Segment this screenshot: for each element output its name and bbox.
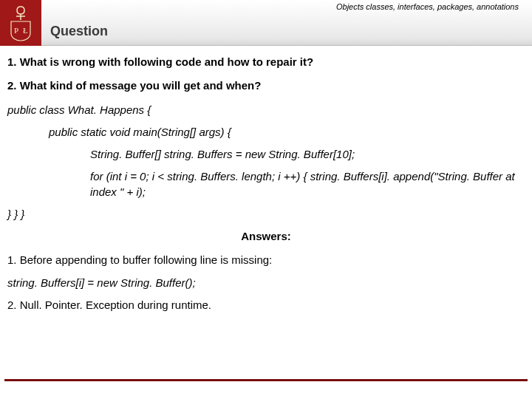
svg-rect-0 <box>4 4 38 42</box>
question-2: 2. What kind of message you will get and… <box>7 78 525 93</box>
code-line-2: public static void main(String[] args) { <box>7 125 525 140</box>
answer-1-code: string. Buffers[i] = new String. Buffer(… <box>7 276 525 290</box>
crest-icon: P Ł <box>4 4 38 42</box>
svg-text:Ł: Ł <box>23 26 28 35</box>
code-line-3: String. Buffer[] string. Buffers = new S… <box>7 147 525 162</box>
slide-header: P Ł Question Objects classes, interfaces… <box>0 0 532 46</box>
logo: P Ł <box>0 0 41 46</box>
answer-2: 2. Null. Pointer. Exception during runti… <box>7 298 525 313</box>
code-close: } } } <box>7 207 525 222</box>
answers-heading: Answers: <box>7 229 525 244</box>
topic-label: Objects classes, interfaces, packages, a… <box>336 2 519 11</box>
code-line-4: for (int i = 0; i < string. Buffers. len… <box>7 169 525 200</box>
code-line-1: public class What. Happens { <box>7 103 525 117</box>
svg-text:P: P <box>14 26 18 35</box>
question-1: 1. What is wrong with following code and… <box>7 55 525 69</box>
slide-content: 1. What is wrong with following code and… <box>0 46 532 313</box>
answer-1: 1. Before appending to buffer following … <box>7 253 525 267</box>
slide-title: Question <box>50 24 108 39</box>
footer-divider <box>4 379 528 381</box>
